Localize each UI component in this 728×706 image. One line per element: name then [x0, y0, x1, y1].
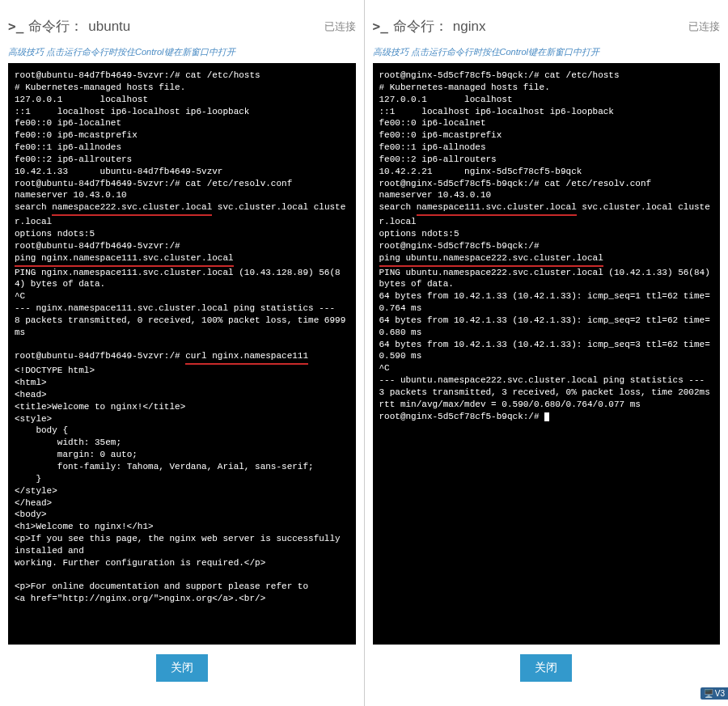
terminal-line: fe00::0 ip6-mcastprefix [15, 129, 349, 142]
pane-header: >_ 命令行： nginx 已连接 [373, 12, 721, 44]
terminal-line: <p>For online documentation and support … [15, 581, 349, 593]
terminal-line: <h1>Welcome to nginx!</h1> [15, 521, 349, 533]
terminal-line: rtt min/avg/max/mdev = 0.590/0.680/0.764… [379, 399, 714, 411]
terminal-line: root@nginx-5d5cf78cf5-b9qck:/# [379, 411, 714, 423]
tip-line: 高级技巧 点击运行命令行时按住Control键在新窗口中打开 [8, 44, 356, 63]
terminal-line [15, 569, 349, 581]
highlight-curl: curl nginx.namespace111 [185, 350, 308, 365]
terminal-line: 127.0.0.1 localhost [15, 94, 349, 106]
terminal-line: root@ubuntu-84d7fb4649-5vzvr:/# ping ngi… [15, 240, 349, 267]
close-button[interactable]: 关闭 [156, 654, 208, 682]
terminal-line: <body> [15, 509, 349, 521]
terminal-line: ^C [379, 362, 714, 374]
highlight-namespace: namespace111.svc.cluster.local [417, 201, 577, 216]
terminal-line: working. Further configuration is requir… [15, 557, 349, 569]
terminal-line: fe00::0 ip6-localnet [15, 117, 349, 129]
tip-label: 高级技巧 [373, 47, 408, 57]
terminal-icon: >_ [373, 19, 388, 34]
terminal-line: 3 packets transmitted, 3 received, 0% pa… [379, 387, 714, 399]
terminal-line: root@ubuntu-84d7fb4649-5vzvr:/# cat /etc… [15, 178, 349, 190]
terminal-line: root@nginx-5d5cf78cf5-b9qck:/# cat /etc/… [379, 70, 714, 82]
terminal-line: 64 bytes from 10.42.1.33 (10.42.1.33): i… [379, 315, 714, 339]
terminal-line: fe00::1 ip6-allnodes [379, 142, 714, 154]
close-button[interactable]: 关闭 [520, 654, 572, 682]
terminal-line: </head> [15, 497, 349, 509]
terminal-line: margin: 0 auto; [15, 449, 349, 461]
terminal-line: search namespace222.svc.cluster.local sv… [15, 201, 349, 228]
terminal-line: 64 bytes from 10.42.1.33 (10.42.1.33): i… [379, 290, 714, 315]
tip-line: 高级技巧 点击运行命令行时按住Control键在新窗口中打开 [373, 44, 721, 63]
terminal-line: PING nginx.namespace111.svc.cluster.loca… [15, 267, 349, 291]
terminal-line: ::1 localhost ip6-localhost ip6-loopback [379, 106, 714, 118]
terminal-line: font-family: Tahoma, Verdana, Arial, san… [15, 461, 349, 473]
terminal-line: --- ubuntu.namespace222.svc.cluster.loca… [379, 374, 714, 387]
terminal-line: 8 packets transmitted, 0 received, 100% … [15, 315, 349, 339]
terminal-line: fe00::2 ip6-allrouters [15, 154, 349, 166]
terminal-line: root@ubuntu-84d7fb4649-5vzvr:/# curl ngi… [15, 350, 349, 365]
pane-header: >_ 命令行： ubuntu 已连接 [8, 12, 356, 44]
terminal-line: fe00::1 ip6-allnodes [15, 142, 349, 154]
cursor-icon [544, 412, 549, 421]
terminal-line: options ndots:5 [379, 228, 714, 240]
title-name: ubuntu [88, 19, 130, 35]
terminal-line: root@nginx-5d5cf78cf5-b9qck:/# cat /etc/… [379, 178, 714, 190]
connection-status: 已连接 [688, 19, 720, 34]
terminal-line: <!DOCTYPE html> [15, 365, 349, 377]
terminal-line: <p>If you see this page, the nginx web s… [15, 533, 349, 557]
pane-title: >_ 命令行： ubuntu [8, 17, 130, 36]
terminal-pane-nginx: >_ 命令行： nginx 已连接 高级技巧 点击运行命令行时按住Control… [365, 0, 729, 706]
terminal-pane-ubuntu: >_ 命令行： ubuntu 已连接 高级技巧 点击运行命令行时按住Contro… [0, 0, 365, 706]
terminal-line: root@ubuntu-84d7fb4649-5vzvr:/# cat /etc… [15, 70, 349, 82]
terminal-line: nameserver 10.43.0.10 [379, 189, 714, 201]
taskbar-badge[interactable]: 🖥️V3 [700, 687, 728, 700]
pane-title: >_ 命令行： nginx [373, 17, 486, 36]
terminal-line: search namespace111.svc.cluster.local sv… [379, 201, 714, 228]
terminal-line: # Kubernetes-managed hosts file. [15, 82, 349, 94]
highlight-namespace: namespace222.svc.cluster.local [52, 201, 212, 216]
terminal-line: <head> [15, 389, 349, 401]
terminal-line: fe00::0 ip6-localnet [379, 117, 714, 129]
terminal-line: ^C [15, 290, 349, 302]
taskbar-text: V3 [715, 689, 725, 698]
tip-text: 点击运行命令行时按住Control键在新窗口中打开 [408, 47, 600, 57]
terminal-line: 64 bytes from 10.42.1.33 (10.42.1.33): i… [379, 339, 714, 363]
terminal-line: </style> [15, 485, 349, 497]
terminal-line: root@nginx-5d5cf78cf5-b9qck:/# ping ubun… [379, 240, 714, 267]
title-prefix: 命令行： [393, 17, 448, 36]
highlight-ping: ping nginx.namespace111.svc.cluster.loca… [15, 252, 234, 267]
terminal-ubuntu[interactable]: root@ubuntu-84d7fb4649-5vzvr:/# cat /etc… [8, 63, 356, 645]
terminal-icon: >_ [8, 19, 23, 34]
terminal-line: <title>Welcome to nginx!</title> [15, 401, 349, 413]
terminal-line: <a href="http://nginx.org/">nginx.org</a… [15, 593, 349, 605]
title-name: nginx [453, 19, 486, 35]
terminal-line: fe00::0 ip6-mcastprefix [379, 129, 714, 142]
title-prefix: 命令行： [28, 17, 83, 36]
monitor-icon: 🖥️ [704, 689, 713, 698]
terminal-line: PING ubuntu.namespace222.svc.cluster.loc… [379, 267, 714, 291]
terminal-line: <html> [15, 377, 349, 389]
terminal-line: fe00::2 ip6-allrouters [379, 154, 714, 166]
connection-status: 已连接 [324, 19, 356, 34]
terminal-line: width: 35em; [15, 437, 349, 449]
terminal-line: options ndots:5 [15, 228, 349, 240]
terminal-line: nameserver 10.43.0.10 [15, 189, 349, 201]
terminal-line: body { [15, 425, 349, 437]
terminal-line: } [15, 473, 349, 485]
terminal-line: --- nginx.namespace111.svc.cluster.local… [15, 302, 349, 315]
highlight-ping: ping ubuntu.namespace222.svc.cluster.loc… [379, 252, 603, 267]
terminal-line: 127.0.0.1 localhost [379, 94, 714, 106]
terminal-line: ::1 localhost ip6-localhost ip6-loopback [15, 106, 349, 118]
tip-text: 点击运行命令行时按住Control键在新窗口中打开 [44, 47, 235, 57]
terminal-line: # Kubernetes-managed hosts file. [379, 82, 714, 94]
terminal-line [15, 339, 349, 351]
tip-label: 高级技巧 [8, 47, 44, 57]
terminal-line: 10.42.2.21 nginx-5d5cf78cf5-b9qck [379, 166, 714, 178]
terminal-nginx[interactable]: root@nginx-5d5cf78cf5-b9qck:/# cat /etc/… [373, 63, 721, 645]
terminal-line: <style> [15, 413, 349, 425]
terminal-line: 10.42.1.33 ubuntu-84d7fb4649-5vzvr [15, 166, 349, 178]
